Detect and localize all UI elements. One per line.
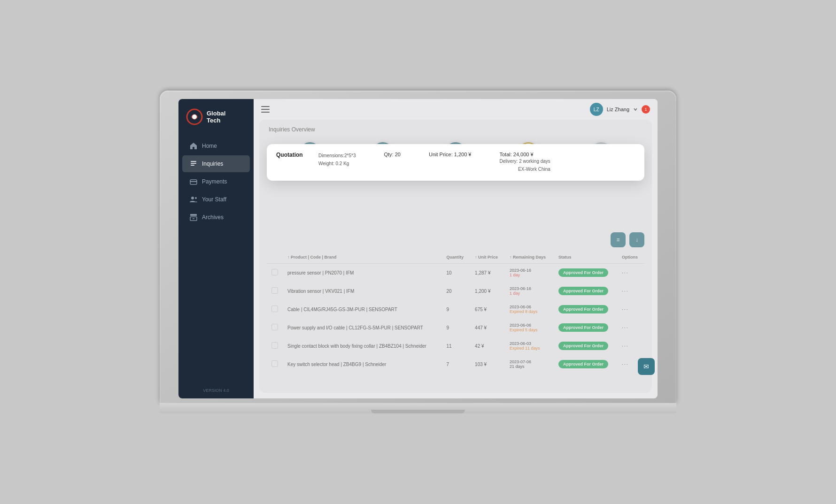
row-options-1[interactable]: ··· — [617, 282, 644, 300]
user-name: Liz Zhang — [607, 107, 629, 112]
quotation-total: Total: 24,000 ¥ — [499, 152, 550, 157]
col-header-status[interactable]: Status — [554, 251, 617, 264]
col-header-product[interactable]: ↑ Product | Code | Brand — [283, 251, 442, 264]
svg-rect-3 — [191, 163, 196, 164]
row-checkbox-2[interactable] — [267, 300, 283, 319]
row-quantity-1: 20 — [442, 282, 471, 300]
staff-icon — [190, 196, 197, 203]
main-content: LZ Liz Zhang 1 Inquiries Overview — [254, 99, 658, 398]
row-status-2[interactable]: Approved For Order — [554, 300, 617, 319]
quotation-title: Quotation — [276, 152, 309, 158]
row-options-3[interactable]: ··· — [617, 319, 644, 337]
content-area: Inquiries Overview ✓ New Inquiries 457 ✓ — [259, 120, 652, 393]
row-status-5[interactable]: Approved For Order — [554, 355, 617, 374]
version-label: VERSION 4.0 — [178, 382, 254, 398]
row-status-4[interactable]: Approved For Order — [554, 337, 617, 355]
home-icon — [190, 142, 197, 150]
quotation-details: Dimensions:2*5*3 Weight: 0.2 Kg — [318, 152, 356, 168]
table-row: Power supply and I/O cable | CL12FG-S-5M… — [267, 319, 644, 337]
screen-bezel: Global Tech Home — [160, 91, 676, 403]
row-checkbox-4[interactable] — [267, 337, 283, 355]
svg-rect-2 — [191, 161, 196, 162]
page-title: Inquiries Overview — [259, 120, 652, 137]
sidebar-item-payments[interactable]: Payments — [182, 173, 250, 190]
svg-point-7 — [191, 197, 194, 199]
email-fab[interactable]: ✉ — [638, 358, 655, 375]
avatar: LZ — [590, 103, 603, 116]
svg-point-1 — [192, 115, 197, 119]
row-product-5: Key switch selector head | ZB4BG9 | Schn… — [283, 355, 442, 374]
table-row: Vibration sensor | VKV021 | IFM 20 1,200… — [267, 282, 644, 300]
notification-badge[interactable]: 1 — [642, 105, 650, 114]
chevron-down-icon — [633, 107, 638, 112]
svg-rect-9 — [190, 214, 197, 216]
row-status-1[interactable]: Approved For Order — [554, 282, 617, 300]
archives-icon — [190, 214, 197, 221]
row-remaining-1: 2023-06-16 1 day — [505, 282, 554, 300]
row-options-0[interactable]: ··· — [617, 264, 644, 282]
global-tech-logo-icon — [186, 108, 203, 125]
nav-label-home: Home — [202, 143, 217, 149]
sidebar-item-home[interactable]: Home — [182, 137, 250, 154]
sidebar-logo: Global Tech — [178, 99, 254, 133]
sidebar-item-inquiries[interactable]: Inquiries — [182, 155, 250, 172]
svg-rect-6 — [190, 181, 197, 182]
sidebar-item-your-staff[interactable]: Your Staff — [182, 191, 250, 208]
nav-label-your-staff: Your Staff — [202, 196, 226, 203]
quotation-popup: Quotation Dimensions:2*5*3 Weight: 0.2 K… — [267, 144, 644, 181]
row-status-3[interactable]: Approved For Order — [554, 319, 617, 337]
download-button[interactable]: ↓ — [629, 232, 644, 247]
table-toolbar: ≡ ↓ — [267, 232, 644, 247]
row-checkbox-5[interactable] — [267, 355, 283, 374]
svg-rect-4 — [191, 165, 194, 166]
menu-toggle[interactable] — [261, 106, 270, 113]
quotation-delivery: Delivery: 2 working days EX-Work China — [499, 157, 550, 173]
row-remaining-2: 2023-06-06 Expired 8 days — [505, 300, 554, 319]
col-header-quantity[interactable]: Quantity — [442, 251, 471, 264]
row-quantity-3: 9 — [442, 319, 471, 337]
row-remaining-0: 2023-06-16 1 day — [505, 264, 554, 282]
row-product-3: Power supply and I/O cable | CL12FG-S-5M… — [283, 319, 442, 337]
laptop-base — [160, 403, 676, 413]
row-unit-price-0: 1,287 ¥ — [470, 264, 505, 282]
row-quantity-0: 10 — [442, 264, 471, 282]
svg-point-8 — [195, 197, 197, 199]
table-area: ≡ ↓ ↑ Product | Code | Brand Quantity — [259, 232, 652, 374]
quotation-unit-price: Unit Price: 1,200 ¥ — [429, 152, 472, 157]
laptop-screen: Global Tech Home — [178, 99, 658, 398]
row-options-2[interactable]: ··· — [617, 300, 644, 319]
table-row: Cable | CIL4MG/RJ45G-GS-3M-PUR | SENSOPA… — [267, 300, 644, 319]
sidebar: Global Tech Home — [178, 99, 254, 398]
row-unit-price-3: 447 ¥ — [470, 319, 505, 337]
row-quantity-5: 7 — [442, 355, 471, 374]
row-status-0[interactable]: Approved For Order — [554, 264, 617, 282]
table-row: Key switch selector head | ZB4BG9 | Schn… — [267, 355, 644, 374]
sidebar-nav: Home Inquiries — [178, 133, 254, 382]
nav-label-payments: Payments — [202, 178, 227, 185]
col-header-unit-price[interactable]: ↑ Unit Price — [470, 251, 505, 264]
row-product-4: Single contact block with body fixing co… — [283, 337, 442, 355]
filter-button[interactable]: ≡ — [611, 232, 626, 247]
row-product-0: pressure sensor | PN2070 | IFM — [283, 264, 442, 282]
row-quantity-4: 11 — [442, 337, 471, 355]
row-checkbox-1[interactable] — [267, 282, 283, 300]
row-remaining-5: 2023-07-06 21 days — [505, 355, 554, 374]
row-unit-price-5: 103 ¥ — [470, 355, 505, 374]
row-checkbox-3[interactable] — [267, 319, 283, 337]
row-product-1: Vibration sensor | VKV021 | IFM — [283, 282, 442, 300]
table-row: pressure sensor | PN2070 | IFM 10 1,287 … — [267, 264, 644, 282]
row-options-4[interactable]: ··· — [617, 337, 644, 355]
logo-text: Global Tech — [207, 110, 225, 124]
inquiries-icon — [190, 160, 197, 168]
sidebar-item-archives[interactable]: Archives — [182, 209, 250, 226]
top-bar: LZ Liz Zhang 1 — [254, 99, 658, 120]
table-row: Single contact block with body fixing co… — [267, 337, 644, 355]
row-unit-price-2: 675 ¥ — [470, 300, 505, 319]
row-unit-price-4: 42 ¥ — [470, 337, 505, 355]
col-header-remaining-days[interactable]: ↑ Remaining Days — [505, 251, 554, 264]
row-remaining-4: 2023-06-03 Expired 11 days — [505, 337, 554, 355]
app-container: Global Tech Home — [178, 99, 658, 398]
row-quantity-2: 9 — [442, 300, 471, 319]
user-area: LZ Liz Zhang 1 — [590, 103, 650, 116]
row-checkbox-0[interactable] — [267, 264, 283, 282]
